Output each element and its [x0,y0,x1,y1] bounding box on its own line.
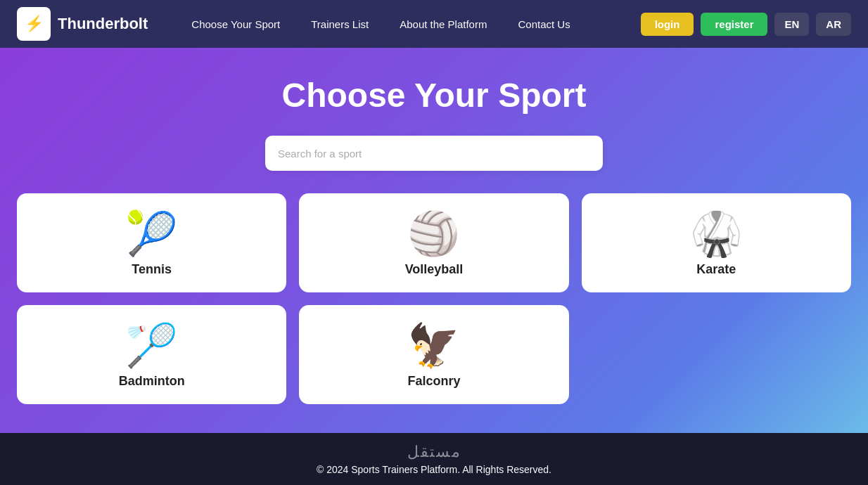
hero-section: Choose Your Sport 🎾 Tennis 🏐 Volleyball … [0,48,868,433]
nav-links: Choose Your Sport Trainers List About th… [176,0,640,48]
logo-icon: ⚡ [17,7,51,41]
brand-name: Thunderbolt [58,15,148,33]
badminton-icon: 🏸 [125,325,178,367]
search-input[interactable] [278,148,590,160]
badminton-label: Badminton [119,374,185,389]
login-button[interactable]: login [641,13,694,36]
logo-link[interactable]: ⚡ Thunderbolt [17,7,148,41]
sport-card-tennis[interactable]: 🎾 Tennis [17,193,286,292]
sport-card-badminton[interactable]: 🏸 Badminton [17,305,286,404]
karate-label: Karate [696,262,736,277]
falconry-label: Falconry [407,374,460,389]
nav-link-choose-sport[interactable]: Choose Your Sport [176,0,295,48]
nav-link-contact-us[interactable]: Contact Us [502,0,585,48]
nav-link-trainers-list[interactable]: Trainers List [295,0,384,48]
nav-link-about-platform[interactable]: About the Platform [384,0,502,48]
karate-icon: 🥋 [690,213,743,255]
sport-card-falconry[interactable]: 🦅 Falconry [299,305,568,404]
volleyball-icon: 🏐 [407,213,460,255]
footer-copyright: © 2024 Sports Trainers Platform. All Rig… [317,464,551,475]
tennis-label: Tennis [132,262,172,277]
sport-card-volleyball[interactable]: 🏐 Volleyball [299,193,568,292]
tennis-icon: 🎾 [125,213,178,255]
volleyball-label: Volleyball [405,262,464,277]
lang-en-button[interactable]: EN [774,13,809,36]
sports-grid: 🎾 Tennis 🏐 Volleyball 🥋 Karate 🏸 Badmint… [17,193,851,404]
footer-watermark: مستقل [0,443,868,461]
footer: مستقل © 2024 Sports Trainers Platform. A… [0,433,868,485]
falconry-icon: 🦅 [407,325,460,367]
navbar: ⚡ Thunderbolt Choose Your Sport Trainers… [0,0,868,48]
register-button[interactable]: register [701,13,767,36]
page-title: Choose Your Sport [282,76,587,115]
lang-ar-button[interactable]: AR [816,13,851,36]
sport-card-karate[interactable]: 🥋 Karate [582,193,851,292]
nav-actions: login register EN AR [641,13,851,36]
search-bar[interactable] [265,136,603,171]
